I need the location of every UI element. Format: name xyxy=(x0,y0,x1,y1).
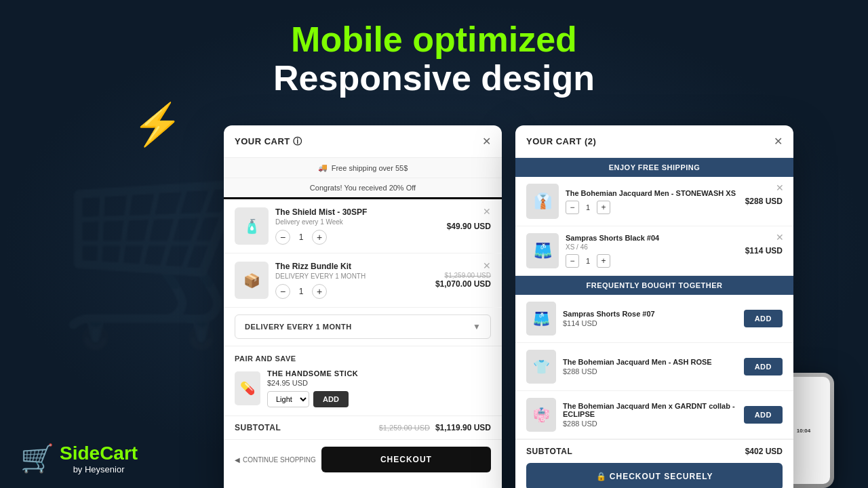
free-shipping-text: Free shipping over 55$ xyxy=(332,164,408,172)
left-subtotal-price: $1,119.90 USD xyxy=(435,423,491,432)
fbt-item-2-add-btn[interactable]: ADD xyxy=(744,358,783,375)
left-item-1-increase-btn[interactable]: + xyxy=(312,230,327,245)
left-item-1-name: The Shield Mist - 30SPF xyxy=(275,207,440,217)
pair-save-item: 💊 THE HANDSOME STICK $24.95 USD Light AD… xyxy=(235,369,491,407)
promo-bar: Congrats! You received 20% Off xyxy=(224,178,502,199)
fbt-item-3: 👘 The Bohemian Jacquard Men x GARDNT col… xyxy=(515,391,793,439)
right-cart-item-1: 👔 The Bohemian Jacquard Men - STONEWASH … xyxy=(515,177,793,226)
logo-sub-text: by Heysenior xyxy=(60,464,138,474)
delivery-arrow-icon: ▼ xyxy=(473,322,481,331)
right-item-1-remove-btn[interactable]: ✕ xyxy=(776,182,784,193)
cart-logo-icon: 🛒 xyxy=(20,443,54,474)
pair-item-details: THE HANDSOME STICK $24.95 USD Light ADD xyxy=(267,369,491,407)
logo-text-group: SideCart by Heysenior xyxy=(60,443,138,474)
pair-item-img: 💊 xyxy=(235,371,260,405)
sidecart-logo: 🛒 SideCart by Heysenior xyxy=(20,443,138,474)
fbt-item-2-price: $288 USD xyxy=(563,367,737,375)
delivery-select-label: DELIVERY EVERY 1 MONTH xyxy=(245,323,352,331)
left-item-1-qty-num: 1 xyxy=(296,232,307,242)
right-cart-item-2: 🩳 Sampras Shorts Black #04 XS / 46 − 1 +… xyxy=(515,226,793,276)
lightning-icon: ⚡ xyxy=(132,100,183,148)
right-item-2-qty-num: 1 xyxy=(583,257,593,265)
left-item-1-img: 🧴 xyxy=(235,207,269,245)
left-item-2-details: The Rizz Bundle Kit DELIVERY EVERY 1 MON… xyxy=(275,262,429,299)
left-item-2-sub: DELIVERY EVERY 1 MONTH xyxy=(275,272,429,280)
pair-save-section: PAIR AND SAVE 💊 THE HANDSOME STICK $24.9… xyxy=(224,346,502,415)
pair-select-dropdown[interactable]: Light xyxy=(267,391,309,407)
left-item-2-increase-btn[interactable]: + xyxy=(312,284,327,299)
left-item-1-details: The Shield Mist - 30SPF Delivery every 1… xyxy=(275,207,440,245)
right-item-1-name: The Bohemian Jacquard Men - STONEWASH XS xyxy=(566,189,738,197)
right-item-1-qty-num: 1 xyxy=(583,203,593,211)
header-title-white: Responsive design xyxy=(0,59,868,98)
left-item-2-price: $1,070.00 USD xyxy=(435,279,491,289)
fbt-item-1-img: 🩳 xyxy=(526,302,556,336)
right-item-1-details: The Bohemian Jacquard Men - STONEWASH XS… xyxy=(566,189,738,214)
fbt-items: 🩳 Sampras Shorts Rose #07 $114 USD ADD 👕… xyxy=(515,295,793,439)
fbt-item-1-add-btn[interactable]: ADD xyxy=(744,310,783,327)
right-item-1-img: 👔 xyxy=(526,184,559,219)
right-panel-close-btn[interactable]: ✕ xyxy=(774,135,783,148)
left-item-2-original-price: $1,259.00 USD xyxy=(435,272,491,279)
right-item-2-increase-btn[interactable]: + xyxy=(597,254,610,268)
left-item-1-remove-btn[interactable]: ✕ xyxy=(483,206,491,217)
left-panel-header: YOUR CART ⓘ ✕ xyxy=(224,125,502,158)
left-item-2-remove-btn[interactable]: ✕ xyxy=(483,260,491,271)
right-item-2-remove-btn[interactable]: ✕ xyxy=(776,232,784,243)
continue-shopping-link[interactable]: ◀ CONTINUE SHOPPING xyxy=(235,456,316,464)
left-item-2-qty-num: 1 xyxy=(296,287,307,296)
left-free-shipping-bar: 🚚 Free shipping over 55$ xyxy=(224,158,502,178)
left-subtotal-prices: $1,259.00 USD $1,119.90 USD xyxy=(379,423,491,432)
left-item-1-decrease-btn[interactable]: − xyxy=(275,230,290,245)
fbt-item-1-details: Sampras Shorts Rose #07 $114 USD xyxy=(563,310,737,327)
right-panel-header: YOUR CART (2) ✕ xyxy=(515,125,793,158)
fbt-item-2-img: 👕 xyxy=(526,350,556,384)
right-cart-items: 👔 The Bohemian Jacquard Men - STONEWASH … xyxy=(515,177,793,276)
right-item-1-decrease-btn[interactable]: − xyxy=(566,201,579,214)
left-item-2-qty: − 1 + xyxy=(275,284,429,299)
header-section: Mobile optimized Responsive design xyxy=(0,0,868,98)
pair-item-price: $24.95 USD xyxy=(267,379,491,387)
fbt-item-2-details: The Bohemian Jacquard Men - ASH ROSE $28… xyxy=(563,358,737,375)
left-cart-item-1: 🧴 The Shield Mist - 30SPF Delivery every… xyxy=(224,199,502,253)
panels-container: YOUR CART ⓘ ✕ 🚚 Free shipping over 55$ C… xyxy=(224,125,793,488)
left-cart-item-2: 📦 The Rizz Bundle Kit DELIVERY EVERY 1 M… xyxy=(224,253,502,308)
left-original-subtotal: $1,259.00 USD xyxy=(379,424,430,432)
promo-text: Congrats! You received 20% Off xyxy=(235,184,491,192)
left-item-1-sub: Delivery every 1 Week xyxy=(275,218,440,226)
pair-controls: Light ADD xyxy=(267,391,491,407)
right-item-2-img: 🩳 xyxy=(526,233,559,268)
delivery-select[interactable]: DELIVERY EVERY 1 MONTH ▼ xyxy=(235,314,491,339)
fbt-item-3-img: 👘 xyxy=(526,398,556,432)
right-item-1-qty: − 1 + xyxy=(566,201,738,214)
left-item-2-decrease-btn[interactable]: − xyxy=(275,284,290,299)
left-item-1-qty: − 1 + xyxy=(275,230,440,245)
right-subtotal-price: $402 USD xyxy=(745,447,783,456)
right-item-1-increase-btn[interactable]: + xyxy=(597,201,610,214)
pair-save-title: PAIR AND SAVE xyxy=(235,354,491,363)
fbt-item-1: 🩳 Sampras Shorts Rose #07 $114 USD ADD xyxy=(515,295,793,343)
truck-icon: 🚚 xyxy=(318,163,328,172)
left-panel-info-icon: ⓘ xyxy=(293,136,302,146)
fbt-banner: FREQUENTLY BOUGHT TOGETHER xyxy=(515,276,793,295)
fbt-item-3-add-btn[interactable]: ADD xyxy=(744,406,783,424)
pair-add-button[interactable]: ADD xyxy=(313,391,349,407)
right-item-2-details: Sampras Shorts Black #04 XS / 46 − 1 + xyxy=(566,234,738,268)
left-item-2-img: 📦 xyxy=(235,262,269,299)
fbt-item-1-name: Sampras Shorts Rose #07 xyxy=(563,310,737,318)
left-cart-panel: YOUR CART ⓘ ✕ 🚚 Free shipping over 55$ C… xyxy=(224,125,502,488)
right-subtotal-label: SUBTOTAL xyxy=(526,447,572,456)
left-item-2-name: The Rizz Bundle Kit xyxy=(275,262,429,271)
left-panel-close-btn[interactable]: ✕ xyxy=(482,135,491,148)
checkout-securely-button[interactable]: 🔒 CHECKOUT SECURELY xyxy=(526,463,783,488)
header-title-green: Mobile optimized xyxy=(0,20,868,59)
left-panel-title: YOUR CART ⓘ xyxy=(235,136,302,148)
right-item-2-price: $114 USD xyxy=(745,246,783,256)
right-item-2-decrease-btn[interactable]: − xyxy=(566,254,579,268)
fbt-item-1-price: $114 USD xyxy=(563,319,737,327)
left-item-1-price: $49.90 USD xyxy=(447,222,491,231)
checkout-button[interactable]: CHECKOUT xyxy=(321,447,491,472)
continue-shopping-label: CONTINUE SHOPPING xyxy=(243,456,316,464)
fbt-item-2-name: The Bohemian Jacquard Men - ASH ROSE xyxy=(563,358,737,366)
logo-main-text: SideCart xyxy=(60,443,138,464)
